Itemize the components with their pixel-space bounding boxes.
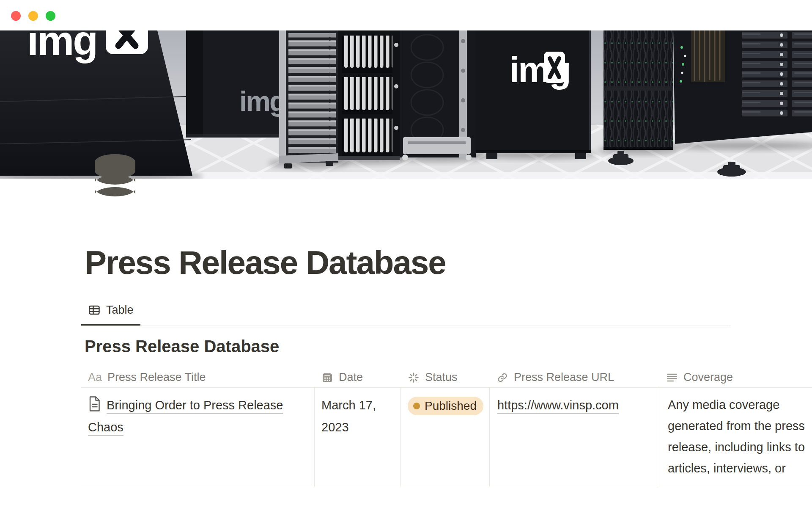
coverage-text: Any media coverage generated from the pr… [668, 394, 812, 479]
cell-date[interactable]: March 17, 2023 [315, 388, 401, 487]
table-header-row: Aa Press Release Title Date Status [81, 367, 812, 388]
cell-title[interactable]: Bringing Order to Press Release Chaos [81, 388, 315, 487]
page-title[interactable]: Press Release Database [85, 245, 446, 280]
column-header-title[interactable]: Aa Press Release Title [81, 371, 315, 384]
status-icon [408, 372, 420, 384]
column-label: Date [339, 371, 363, 384]
rack-drive-tower [279, 30, 338, 168]
notion-window: { "window": { "controls": ["close", "min… [0, 0, 812, 508]
cell-status[interactable]: Published [401, 388, 490, 487]
calendar-icon [321, 372, 333, 384]
column-header-status[interactable]: Status [401, 371, 490, 384]
date-value: March 17, 2023 [321, 398, 376, 434]
database-heading[interactable]: Press Release Database [85, 337, 279, 356]
rack-right [673, 30, 812, 144]
page-icon-database[interactable] [92, 151, 138, 203]
imgix-logo-ghost: img [239, 86, 285, 117]
document-icon [88, 396, 101, 412]
rack-cables [604, 30, 673, 150]
imgix-logo-partial: img [27, 30, 97, 64]
column-header-date[interactable]: Date [315, 371, 401, 384]
rack-mid [400, 30, 476, 160]
text-lines-icon [666, 372, 678, 384]
traffic-lights [11, 11, 55, 21]
status-badge[interactable]: Published [408, 397, 483, 415]
table-icon [88, 304, 101, 316]
title-property-icon: Aa [88, 371, 102, 384]
minimize-window-button[interactable] [28, 11, 38, 21]
database-icon [92, 151, 138, 203]
table-row: Bringing Order to Press Release Chaos Ma… [81, 388, 812, 487]
rack-imgix-logo: img [476, 30, 591, 159]
link-icon [497, 372, 508, 384]
tab-table-label: Table [106, 302, 134, 318]
database-table: Aa Press Release Title Date Status [81, 367, 812, 487]
column-header-coverage[interactable]: Coverage [659, 371, 812, 384]
url-link[interactable]: https://www.vinsp.com [497, 398, 619, 412]
tab-table-view[interactable]: Table [81, 299, 140, 326]
view-tabs-bar: Table [81, 299, 730, 326]
window-titlebar [0, 0, 812, 30]
column-label: Status [425, 371, 458, 384]
rack-disk-shelves [338, 30, 400, 160]
column-label: Press Release URL [514, 371, 614, 384]
column-label: Coverage [683, 371, 733, 384]
status-label: Published [425, 397, 477, 415]
status-dot-icon [413, 403, 420, 409]
zoom-window-button[interactable] [46, 11, 55, 21]
cell-coverage[interactable]: Any media coverage generated from the pr… [659, 388, 812, 487]
cell-url[interactable]: https://www.vinsp.com [490, 388, 659, 487]
rack-opening: img [186, 30, 285, 138]
column-label: Press Release Title [107, 371, 206, 384]
row-title-link[interactable]: Bringing Order to Press Release Chaos [88, 398, 283, 434]
column-header-url[interactable]: Press Release URL [490, 371, 659, 384]
close-window-button[interactable] [11, 11, 21, 21]
